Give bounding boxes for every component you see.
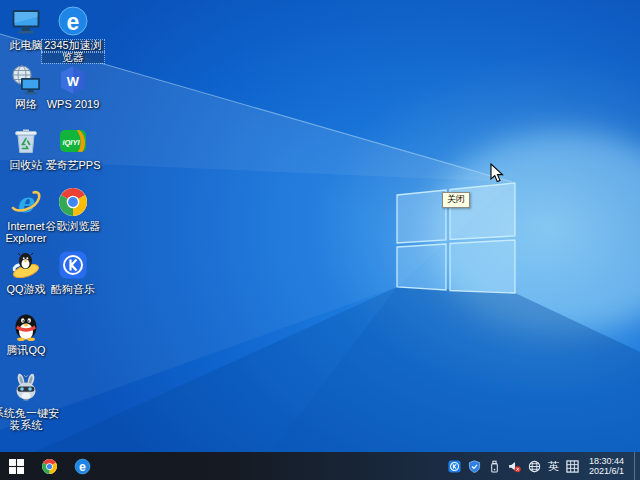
taskbar: e 英 18:30:44 2021/6/1: [0, 452, 640, 480]
chrome-icon: [57, 186, 89, 218]
desktop-item-label: 谷歌浏览器: [44, 221, 103, 233]
show-desktop-button[interactable]: [634, 452, 640, 480]
kugou-tray-icon[interactable]: [448, 460, 461, 473]
qq-game-icon: [10, 249, 42, 281]
browser-2345-icon: e: [74, 458, 91, 475]
internet-explorer-icon: e: [10, 186, 42, 218]
taskbar-left: e: [0, 452, 99, 480]
volume-muted-icon[interactable]: [508, 460, 521, 473]
mouse-cursor-icon: [490, 163, 504, 187]
taskbar-pinned-apps: e: [33, 452, 99, 480]
tray-icons: [448, 460, 541, 473]
desktop-item-label: 系统兔一键安装系统: [0, 408, 61, 431]
desktop-item-label: 此电脑: [8, 40, 45, 52]
desktop-item-label: 酷狗音乐: [49, 284, 97, 296]
desktop-item-label: 2345加速浏览器: [42, 40, 103, 63]
network-icon: [10, 64, 42, 96]
svg-text:iQIYI: iQIYI: [62, 138, 80, 147]
clock-time: 18:30:44: [589, 456, 624, 467]
kugou-music-icon: [57, 249, 89, 281]
taskbar-app-chrome[interactable]: [33, 452, 66, 480]
desktop-item-iqiyi-pps[interactable]: iQIYI爱奇艺PPS: [42, 125, 104, 172]
svg-text:W: W: [67, 74, 80, 89]
desktop-item-label: 网络: [13, 99, 39, 111]
desktop-item-label: WPS 2019: [45, 99, 102, 111]
usb-device-icon[interactable]: [488, 460, 501, 473]
this-pc-icon: [10, 5, 42, 37]
desktop-item-system-rabbit[interactable]: 系统兔一键安装系统: [0, 373, 57, 431]
windows-desktop: 此电脑e2345加速浏览器网络WWPS 2019回收站iQIYI爱奇艺PPSeI…: [0, 0, 640, 480]
desktop-item-label: 回收站: [8, 160, 45, 172]
network-globe-icon[interactable]: [528, 460, 541, 473]
browser-2345-icon: e: [57, 5, 89, 37]
ime-language-indicator[interactable]: 英: [548, 461, 559, 472]
desktop-item-2345-browser[interactable]: e2345加速浏览器: [42, 5, 104, 63]
desktop-item-kugou-music[interactable]: 酷狗音乐: [42, 249, 104, 296]
clock-date: 2021/6/1: [589, 466, 624, 477]
desktop-item-tencent-qq[interactable]: 腾讯QQ: [0, 310, 57, 357]
ime-keyboard-icon[interactable]: [566, 460, 579, 473]
desktop-item-label: 爱奇艺PPS: [43, 160, 102, 172]
start-button[interactable]: [0, 452, 33, 480]
desktop-item-chrome[interactable]: 谷歌浏览器: [42, 186, 104, 233]
desktop-item-wps-2019[interactable]: WWPS 2019: [42, 64, 104, 111]
windows-start-icon: [9, 459, 24, 474]
svg-text:e: e: [67, 9, 80, 35]
tooltip-close: 关闭: [442, 192, 470, 208]
tencent-qq-icon: [10, 310, 42, 342]
taskbar-clock[interactable]: 18:30:44 2021/6/1: [589, 456, 624, 477]
taskbar-app-2345-browser[interactable]: e: [66, 452, 99, 480]
system-tray: 英 18:30:44 2021/6/1: [448, 452, 640, 480]
system-rabbit-icon: [10, 373, 42, 405]
chrome-icon: [41, 458, 58, 475]
wps-icon: W: [57, 64, 89, 96]
svg-text:e: e: [79, 460, 86, 474]
iqiyi-pps-icon: iQIYI: [57, 125, 89, 157]
security-shield-icon[interactable]: [468, 460, 481, 473]
recycle-bin-icon: [10, 125, 42, 157]
desktop-item-label: 腾讯QQ: [4, 345, 47, 357]
